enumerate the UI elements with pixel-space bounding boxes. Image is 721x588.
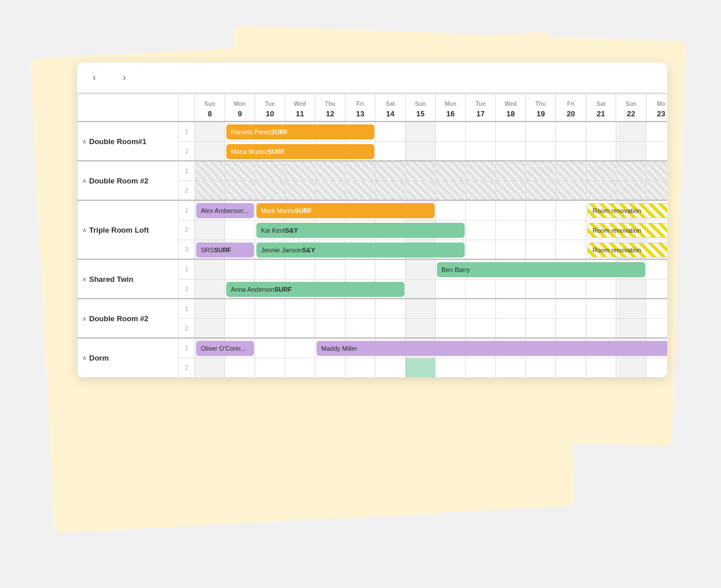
booking-2-1[interactable]: Room renovation [587, 223, 667, 238]
slot-1-1-11 [526, 181, 556, 200]
bed-num-0-1: 2 [179, 141, 195, 161]
bed-num-1-0: 1 [179, 161, 195, 181]
chevron-icon-5: ∧ [82, 355, 86, 361]
slot-2-0-12 [556, 200, 586, 220]
booking-5-0[interactable]: Oliver O'Conn... [196, 341, 254, 356]
slot-1-1-8 [436, 181, 466, 200]
slot-0-1-0 [195, 141, 225, 161]
slot-3-1-1: Anna Anderson SURF [225, 279, 255, 299]
slot-4-0-1 [225, 299, 255, 318]
slot-4-1-0 [195, 318, 225, 338]
bed-num-2-0: 1 [179, 200, 195, 220]
corner-cell [78, 94, 179, 122]
page-wrapper: ‹ › [42, 28, 679, 560]
booking-2-0[interactable]: Alex Amberson... [196, 203, 254, 218]
booking-2-0[interactable]: Room renovation [587, 203, 667, 218]
booking-2-2[interactable]: Jennie Janson S&Y [256, 242, 465, 258]
slot-1-1-10 [496, 181, 526, 200]
booking-2-2[interactable]: Room renovation [587, 242, 667, 258]
day-header-9: Tue17 [466, 94, 496, 122]
next-button[interactable]: › [116, 69, 133, 86]
slot-3-0-1 [225, 259, 255, 279]
slot-4-1-4 [315, 318, 345, 338]
day-header-8: Mon16 [436, 94, 466, 122]
slot-4-1-9 [466, 318, 496, 338]
slot-2-1-0 [195, 220, 225, 240]
slot-0-1-6 [376, 141, 406, 161]
room-label-0: ∧ Double Room#1 [78, 137, 178, 146]
booking-0-0[interactable]: Pamela PerezSURF [226, 124, 374, 139]
booking-0-1[interactable]: Maria MuñozSURF [226, 144, 374, 159]
slot-2-1-13: Room renovation [586, 220, 616, 240]
chevron-icon-1: ∧ [82, 178, 86, 184]
slot-1-1-3 [285, 181, 315, 200]
slot-2-1-10 [496, 220, 526, 240]
slot-1-0-10 [496, 161, 526, 181]
calendar-scroll[interactable]: Sun8 Mon9 Tue10 Wed11 Thu12 Fri13 Sat14 … [77, 94, 667, 378]
slot-2-0-9 [466, 200, 496, 220]
slot-0-1-14 [616, 141, 646, 161]
slot-1-0-9 [466, 161, 496, 181]
booking-2-1[interactable]: Kai Kent S&Y [256, 223, 465, 238]
booking-3-0[interactable]: Ben Barry [437, 262, 645, 277]
slot-4-0-5 [345, 299, 376, 318]
slot-0-0-14 [616, 122, 646, 141]
slot-1-0-12 [556, 161, 586, 181]
slot-1-0-5 [345, 161, 376, 181]
day-header-12: Fri20 [556, 94, 586, 122]
slot-1-1-2 [255, 181, 285, 200]
slot-2-2-0: SRS SURF [195, 240, 225, 259]
slot-1-0-0 [195, 161, 225, 181]
slot-4-0-11 [526, 299, 556, 318]
slot-0-0-1: Pamela PerezSURF [225, 122, 255, 141]
slot-1-1-6 [376, 181, 406, 200]
slot-4-1-15 [646, 318, 668, 338]
slot-1-0-3 [285, 161, 315, 181]
bed-num-2-2: 3 [179, 240, 195, 259]
slot-2-2-9 [466, 240, 496, 259]
day-header-4: Thu12 [315, 94, 345, 122]
slot-0-0-0 [195, 122, 225, 141]
slot-5-1-14 [616, 358, 646, 377]
room-0-bed-0-row: ∧ Double Room#1 1Pamela PerezSURF [78, 122, 668, 141]
slot-1-1-14 [616, 181, 646, 200]
calendar-table: Sun8 Mon9 Tue10 Wed11 Thu12 Fri13 Sat14 … [77, 94, 667, 378]
slot-1-0-13 [586, 161, 616, 181]
slot-1-0-8 [436, 161, 466, 181]
room-5-bed-0-row: ∧ Dorm 1Oliver O'Conn...Maddy Miller [78, 338, 668, 358]
slot-0-0-11 [526, 122, 556, 141]
slot-2-2-12 [556, 240, 586, 259]
slot-3-0-8: Ben Barry [436, 259, 466, 279]
slot-0-1-11 [526, 141, 556, 161]
bed-col-header [179, 94, 195, 122]
booking-2-0[interactable]: Mark Morris SURF [256, 203, 435, 218]
slot-2-2-11 [526, 240, 556, 259]
slot-0-0-6 [376, 122, 406, 141]
slot-4-1-3 [285, 318, 315, 338]
slot-3-1-7 [406, 279, 436, 299]
prev-button[interactable]: ‹ [86, 69, 102, 86]
room-name-0: Double Room#1 [89, 137, 146, 146]
slot-4-0-8 [436, 299, 466, 318]
slot-4-1-13 [586, 318, 616, 338]
slot-5-0-3 [285, 338, 315, 358]
slot-3-0-5 [345, 259, 376, 279]
slot-1-0-15 [646, 161, 668, 181]
slot-1-1-7 [406, 181, 436, 200]
slot-4-1-12 [556, 318, 586, 338]
slot-5-1-15 [646, 358, 668, 377]
room-name-4: Double Room #2 [89, 314, 149, 323]
slot-3-1-0 [195, 279, 225, 299]
booking-2-2[interactable]: SRS SURF [196, 242, 254, 258]
slot-3-1-13 [586, 279, 616, 299]
day-header-3: Wed11 [285, 94, 315, 122]
room-2-bed-0-row: ∧ Triple Room Loft 1Alex Amberson...Mark… [78, 200, 668, 220]
slot-0-1-9 [466, 141, 496, 161]
day-header-2: Tue10 [255, 94, 285, 122]
day-header-0: Sun8 [195, 94, 225, 122]
slot-4-1-1 [225, 318, 255, 338]
booking-3-1[interactable]: Anna Anderson SURF [226, 282, 404, 297]
bed-num-3-0: 1 [179, 259, 195, 279]
slot-4-0-2 [255, 299, 285, 318]
booking-5-0[interactable]: Maddy Miller [317, 341, 667, 356]
